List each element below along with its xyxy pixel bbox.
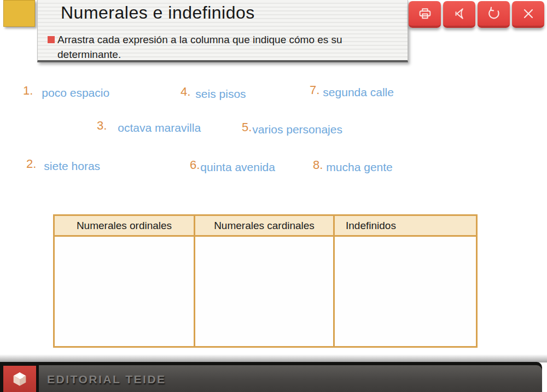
dropzone-ordinales[interactable] [55,237,194,346]
dropzone-cardinales[interactable] [195,237,333,346]
close-icon [521,6,536,21]
classification-table: Numerales ordinales Numerales cardinales… [53,214,478,348]
close-button[interactable] [512,1,544,28]
corner-yellow-square [3,0,35,27]
column-indefinidos: Indefinidos [335,216,476,346]
printer-icon [417,6,433,21]
column-header: Numerales ordinales [55,216,194,237]
item-label: quinta avenida [200,161,275,174]
refresh-icon [486,6,502,21]
speaker-icon [452,6,467,21]
activity-page: Numerales e indefinidos Arrastra cada ex… [0,0,547,392]
page-title: Numerales e indefinidos [61,3,255,23]
column-cardinales: Numerales cardinales [195,216,335,346]
item-number: 7. [310,83,319,97]
item-number: 5. [242,120,252,134]
audio-button[interactable] [443,1,475,28]
item-number: 6. [190,158,200,172]
reset-button[interactable] [478,1,510,28]
cube-icon [10,370,29,388]
drag-item-6[interactable]: 6. quinta avenida [190,161,275,175]
instruction-bullet-icon [48,36,55,43]
item-label: segunda calle [323,86,394,99]
toolbar [409,1,544,28]
publisher-logo [3,366,36,392]
drag-item-7[interactable]: 7. segunda calle [310,86,394,100]
column-header: Numerales cardinales [195,216,333,237]
item-number: 4. [181,85,190,99]
item-label: poco espacio [42,86,109,100]
instruction-text: Arrastra cada expresión a la columna que… [57,32,401,62]
item-number: 8. [313,158,323,172]
item-number: 2. [26,157,36,171]
column-ordinales: Numerales ordinales [55,216,195,346]
drag-item-3[interactable]: 3. octava maravilla [97,121,201,136]
publisher-name: EDITORIAL TEIDE [47,373,166,386]
item-label: varios personajes [252,123,342,136]
drag-item-4[interactable]: 4. seis pisos [181,87,246,102]
drag-item-5[interactable]: 5. varios personajes [242,123,342,137]
item-number: 1. [23,84,33,98]
item-label: mucha gente [326,161,392,174]
item-label: octava maravilla [118,121,201,134]
item-label: siete horas [44,160,100,173]
dropzone-indefinidos[interactable] [335,237,476,346]
footer-top-shadow [0,354,547,362]
drag-item-2[interactable]: 2. siete horas [26,160,100,174]
header-panel: Numerales e indefinidos Arrastra cada ex… [37,0,408,62]
drag-item-8[interactable]: 8. mucha gente [313,161,393,175]
print-button[interactable] [409,1,441,28]
item-number: 3. [97,119,107,133]
drag-item-1[interactable]: 1. poco espacio [23,86,109,101]
item-label: seis pisos [195,87,246,101]
column-header: Indefinidos [335,216,476,237]
